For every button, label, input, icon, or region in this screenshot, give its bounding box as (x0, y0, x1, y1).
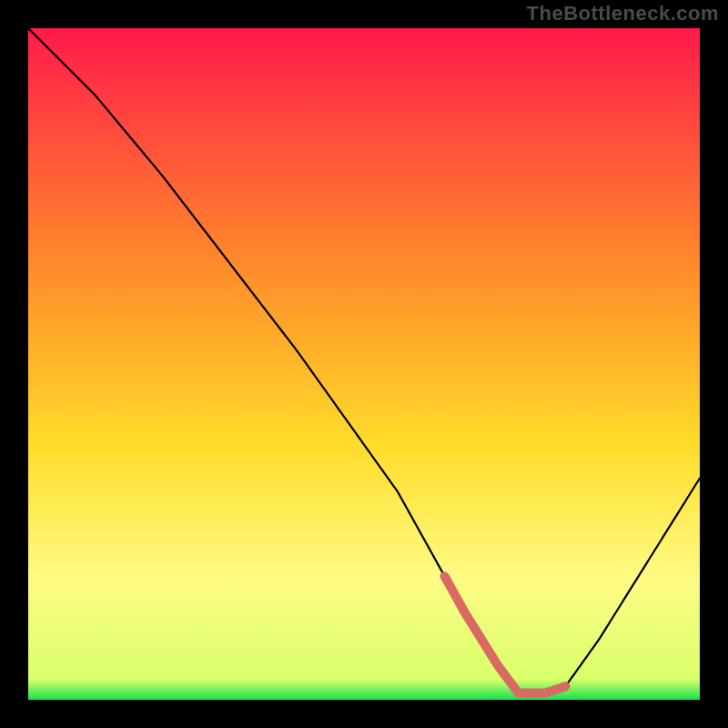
plot-area (28, 28, 700, 700)
watermark-text: TheBottleneck.com (527, 2, 719, 25)
chart-frame: TheBottleneck.com (0, 0, 728, 728)
bottleneck-chart (28, 28, 700, 700)
gradient-background (28, 28, 700, 700)
